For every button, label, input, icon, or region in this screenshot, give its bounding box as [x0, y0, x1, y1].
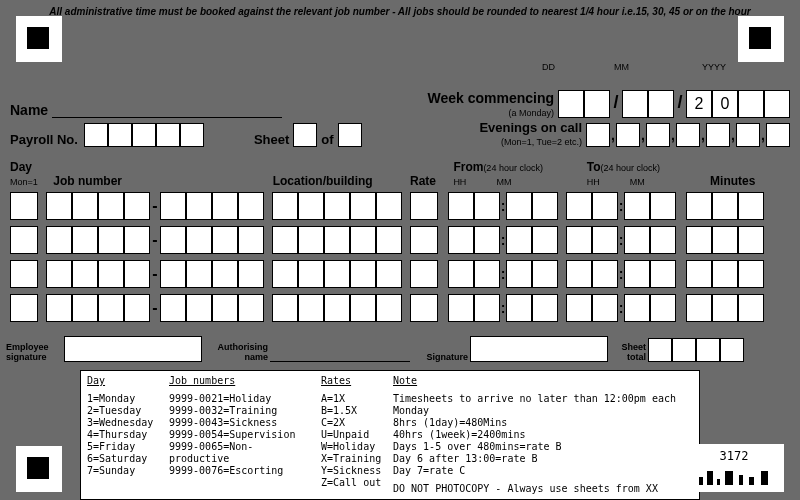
loc-2[interactable] [324, 260, 350, 288]
min-2[interactable] [738, 260, 764, 288]
from-m2[interactable] [532, 294, 558, 322]
rate-box[interactable] [410, 260, 438, 288]
date-y4[interactable] [764, 90, 790, 118]
date-y3[interactable] [738, 90, 764, 118]
from-h2[interactable] [474, 192, 500, 220]
loc-0[interactable] [272, 192, 298, 220]
job-b-3[interactable] [238, 192, 264, 220]
to-m1[interactable] [624, 294, 650, 322]
loc-0[interactable] [272, 226, 298, 254]
from-m1[interactable] [506, 260, 532, 288]
job-a-0[interactable] [46, 294, 72, 322]
to-h1[interactable] [566, 226, 592, 254]
payroll-2[interactable] [108, 123, 132, 147]
job-a-3[interactable] [124, 192, 150, 220]
date-y2[interactable]: 0 [712, 90, 738, 118]
job-a-2[interactable] [98, 192, 124, 220]
job-a-2[interactable] [98, 260, 124, 288]
job-a-1[interactable] [72, 294, 98, 322]
date-mm-1[interactable] [622, 90, 648, 118]
evening-4[interactable] [676, 123, 700, 147]
min-1[interactable] [712, 192, 738, 220]
job-b-2[interactable] [212, 260, 238, 288]
to-m1[interactable] [624, 260, 650, 288]
from-h2[interactable] [474, 226, 500, 254]
loc-3[interactable] [350, 294, 376, 322]
from-h1[interactable] [448, 226, 474, 254]
day-box[interactable] [10, 260, 38, 288]
min-2[interactable] [738, 294, 764, 322]
evening-6[interactable] [736, 123, 760, 147]
to-h2[interactable] [592, 226, 618, 254]
to-m1[interactable] [624, 192, 650, 220]
from-m2[interactable] [532, 260, 558, 288]
from-h1[interactable] [448, 192, 474, 220]
to-m1[interactable] [624, 226, 650, 254]
to-m2[interactable] [650, 226, 676, 254]
rate-box[interactable] [410, 294, 438, 322]
job-b-2[interactable] [212, 226, 238, 254]
date-mm-2[interactable] [648, 90, 674, 118]
job-b-1[interactable] [186, 260, 212, 288]
job-b-3[interactable] [238, 294, 264, 322]
job-b-0[interactable] [160, 260, 186, 288]
authorising-name-field[interactable] [270, 348, 410, 362]
to-m2[interactable] [650, 260, 676, 288]
loc-4[interactable] [376, 192, 402, 220]
job-a-2[interactable] [98, 294, 124, 322]
loc-4[interactable] [376, 260, 402, 288]
job-a-3[interactable] [124, 260, 150, 288]
loc-0[interactable] [272, 294, 298, 322]
loc-1[interactable] [298, 260, 324, 288]
job-b-1[interactable] [186, 226, 212, 254]
loc-4[interactable] [376, 226, 402, 254]
loc-2[interactable] [324, 192, 350, 220]
from-m1[interactable] [506, 294, 532, 322]
loc-1[interactable] [298, 192, 324, 220]
job-b-0[interactable] [160, 294, 186, 322]
payroll-1[interactable] [84, 123, 108, 147]
date-dd-1[interactable] [558, 90, 584, 118]
loc-4[interactable] [376, 294, 402, 322]
job-a-3[interactable] [124, 294, 150, 322]
job-b-3[interactable] [238, 260, 264, 288]
job-a-2[interactable] [98, 226, 124, 254]
payroll-5[interactable] [180, 123, 204, 147]
from-m1[interactable] [506, 192, 532, 220]
job-a-0[interactable] [46, 226, 72, 254]
date-dd-2[interactable] [584, 90, 610, 118]
total-3[interactable] [696, 338, 720, 362]
job-a-1[interactable] [72, 226, 98, 254]
from-m1[interactable] [506, 226, 532, 254]
min-1[interactable] [712, 294, 738, 322]
job-a-1[interactable] [72, 260, 98, 288]
payroll-3[interactable] [132, 123, 156, 147]
date-y1[interactable]: 2 [686, 90, 712, 118]
loc-3[interactable] [350, 192, 376, 220]
from-h1[interactable] [448, 260, 474, 288]
min-2[interactable] [738, 192, 764, 220]
sheet-num[interactable] [293, 123, 317, 147]
job-a-3[interactable] [124, 226, 150, 254]
from-m2[interactable] [532, 192, 558, 220]
day-box[interactable] [10, 192, 38, 220]
evening-3[interactable] [646, 123, 670, 147]
job-b-1[interactable] [186, 192, 212, 220]
from-h1[interactable] [448, 294, 474, 322]
to-h2[interactable] [592, 260, 618, 288]
loc-2[interactable] [324, 294, 350, 322]
to-m2[interactable] [650, 192, 676, 220]
rate-box[interactable] [410, 226, 438, 254]
job-b-2[interactable] [212, 294, 238, 322]
to-h1[interactable] [566, 192, 592, 220]
min-1[interactable] [712, 260, 738, 288]
to-h2[interactable] [592, 294, 618, 322]
signature-field[interactable] [470, 336, 608, 362]
job-a-1[interactable] [72, 192, 98, 220]
loc-1[interactable] [298, 226, 324, 254]
evening-1[interactable] [586, 123, 610, 147]
min-0[interactable] [686, 226, 712, 254]
min-2[interactable] [738, 226, 764, 254]
min-0[interactable] [686, 260, 712, 288]
from-h2[interactable] [474, 260, 500, 288]
